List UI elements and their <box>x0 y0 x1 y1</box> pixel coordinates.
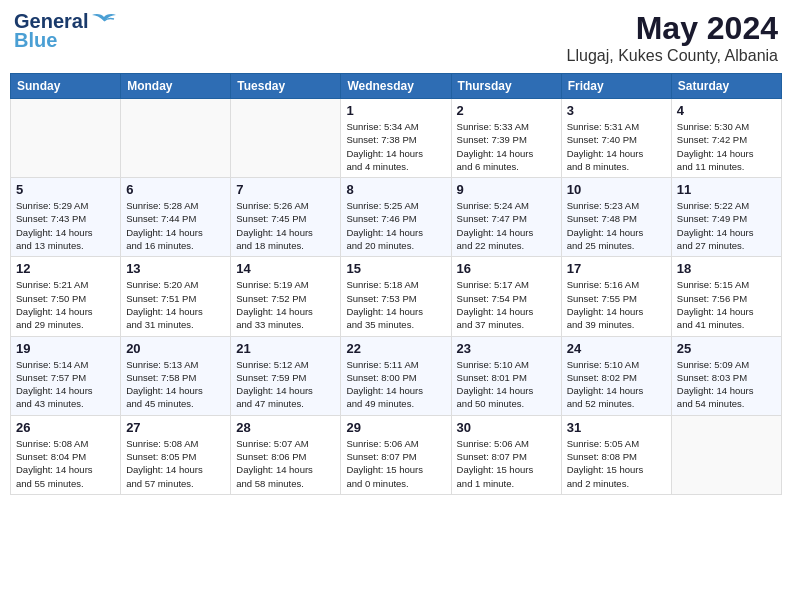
day-info-13: Sunrise: 5:20 AM Sunset: 7:51 PM Dayligh… <box>126 278 225 331</box>
calendar-header-row: SundayMondayTuesdayWednesdayThursdayFrid… <box>11 74 782 99</box>
day-number-4: 4 <box>677 103 776 118</box>
calendar-week-2: 5Sunrise: 5:29 AM Sunset: 7:43 PM Daylig… <box>11 178 782 257</box>
calendar-week-3: 12Sunrise: 5:21 AM Sunset: 7:50 PM Dayli… <box>11 257 782 336</box>
calendar-week-1: 1Sunrise: 5:34 AM Sunset: 7:38 PM Daylig… <box>11 99 782 178</box>
day-number-12: 12 <box>16 261 115 276</box>
day-info-17: Sunrise: 5:16 AM Sunset: 7:55 PM Dayligh… <box>567 278 666 331</box>
day-number-30: 30 <box>457 420 556 435</box>
day-24: 24Sunrise: 5:10 AM Sunset: 8:02 PM Dayli… <box>561 336 671 415</box>
day-number-9: 9 <box>457 182 556 197</box>
day-info-26: Sunrise: 5:08 AM Sunset: 8:04 PM Dayligh… <box>16 437 115 490</box>
calendar-page: General Blue May 2024 Llugaj, Kukes Coun… <box>0 0 792 612</box>
day-number-28: 28 <box>236 420 335 435</box>
day-number-29: 29 <box>346 420 445 435</box>
day-info-25: Sunrise: 5:09 AM Sunset: 8:03 PM Dayligh… <box>677 358 776 411</box>
day-info-22: Sunrise: 5:11 AM Sunset: 8:00 PM Dayligh… <box>346 358 445 411</box>
day-21: 21Sunrise: 5:12 AM Sunset: 7:59 PM Dayli… <box>231 336 341 415</box>
month-title: May 2024 <box>567 10 778 47</box>
day-number-7: 7 <box>236 182 335 197</box>
day-19: 19Sunrise: 5:14 AM Sunset: 7:57 PM Dayli… <box>11 336 121 415</box>
weekday-wednesday: Wednesday <box>341 74 451 99</box>
day-5: 5Sunrise: 5:29 AM Sunset: 7:43 PM Daylig… <box>11 178 121 257</box>
day-4: 4Sunrise: 5:30 AM Sunset: 7:42 PM Daylig… <box>671 99 781 178</box>
day-info-30: Sunrise: 5:06 AM Sunset: 8:07 PM Dayligh… <box>457 437 556 490</box>
day-number-1: 1 <box>346 103 445 118</box>
day-23: 23Sunrise: 5:10 AM Sunset: 8:01 PM Dayli… <box>451 336 561 415</box>
weekday-friday: Friday <box>561 74 671 99</box>
location-title: Llugaj, Kukes County, Albania <box>567 47 778 65</box>
day-15: 15Sunrise: 5:18 AM Sunset: 7:53 PM Dayli… <box>341 257 451 336</box>
day-info-12: Sunrise: 5:21 AM Sunset: 7:50 PM Dayligh… <box>16 278 115 331</box>
header: General Blue May 2024 Llugaj, Kukes Coun… <box>10 10 782 65</box>
day-info-21: Sunrise: 5:12 AM Sunset: 7:59 PM Dayligh… <box>236 358 335 411</box>
day-number-17: 17 <box>567 261 666 276</box>
day-info-11: Sunrise: 5:22 AM Sunset: 7:49 PM Dayligh… <box>677 199 776 252</box>
day-number-23: 23 <box>457 341 556 356</box>
day-info-16: Sunrise: 5:17 AM Sunset: 7:54 PM Dayligh… <box>457 278 556 331</box>
day-31: 31Sunrise: 5:05 AM Sunset: 8:08 PM Dayli… <box>561 415 671 494</box>
day-info-31: Sunrise: 5:05 AM Sunset: 8:08 PM Dayligh… <box>567 437 666 490</box>
day-info-14: Sunrise: 5:19 AM Sunset: 7:52 PM Dayligh… <box>236 278 335 331</box>
day-6: 6Sunrise: 5:28 AM Sunset: 7:44 PM Daylig… <box>121 178 231 257</box>
day-number-8: 8 <box>346 182 445 197</box>
day-info-23: Sunrise: 5:10 AM Sunset: 8:01 PM Dayligh… <box>457 358 556 411</box>
day-info-4: Sunrise: 5:30 AM Sunset: 7:42 PM Dayligh… <box>677 120 776 173</box>
day-27: 27Sunrise: 5:08 AM Sunset: 8:05 PM Dayli… <box>121 415 231 494</box>
day-number-15: 15 <box>346 261 445 276</box>
day-info-3: Sunrise: 5:31 AM Sunset: 7:40 PM Dayligh… <box>567 120 666 173</box>
day-number-11: 11 <box>677 182 776 197</box>
day-18: 18Sunrise: 5:15 AM Sunset: 7:56 PM Dayli… <box>671 257 781 336</box>
day-29: 29Sunrise: 5:06 AM Sunset: 8:07 PM Dayli… <box>341 415 451 494</box>
day-info-1: Sunrise: 5:34 AM Sunset: 7:38 PM Dayligh… <box>346 120 445 173</box>
day-12: 12Sunrise: 5:21 AM Sunset: 7:50 PM Dayli… <box>11 257 121 336</box>
day-30: 30Sunrise: 5:06 AM Sunset: 8:07 PM Dayli… <box>451 415 561 494</box>
empty-cell <box>11 99 121 178</box>
day-number-16: 16 <box>457 261 556 276</box>
weekday-thursday: Thursday <box>451 74 561 99</box>
day-info-8: Sunrise: 5:25 AM Sunset: 7:46 PM Dayligh… <box>346 199 445 252</box>
logo-bird-icon <box>90 13 118 31</box>
weekday-monday: Monday <box>121 74 231 99</box>
calendar-week-5: 26Sunrise: 5:08 AM Sunset: 8:04 PM Dayli… <box>11 415 782 494</box>
day-info-7: Sunrise: 5:26 AM Sunset: 7:45 PM Dayligh… <box>236 199 335 252</box>
day-number-5: 5 <box>16 182 115 197</box>
day-info-10: Sunrise: 5:23 AM Sunset: 7:48 PM Dayligh… <box>567 199 666 252</box>
day-3: 3Sunrise: 5:31 AM Sunset: 7:40 PM Daylig… <box>561 99 671 178</box>
day-info-9: Sunrise: 5:24 AM Sunset: 7:47 PM Dayligh… <box>457 199 556 252</box>
day-2: 2Sunrise: 5:33 AM Sunset: 7:39 PM Daylig… <box>451 99 561 178</box>
day-14: 14Sunrise: 5:19 AM Sunset: 7:52 PM Dayli… <box>231 257 341 336</box>
day-26: 26Sunrise: 5:08 AM Sunset: 8:04 PM Dayli… <box>11 415 121 494</box>
day-20: 20Sunrise: 5:13 AM Sunset: 7:58 PM Dayli… <box>121 336 231 415</box>
weekday-sunday: Sunday <box>11 74 121 99</box>
day-number-22: 22 <box>346 341 445 356</box>
day-number-24: 24 <box>567 341 666 356</box>
day-number-21: 21 <box>236 341 335 356</box>
day-info-5: Sunrise: 5:29 AM Sunset: 7:43 PM Dayligh… <box>16 199 115 252</box>
calendar-table: SundayMondayTuesdayWednesdayThursdayFrid… <box>10 73 782 495</box>
day-16: 16Sunrise: 5:17 AM Sunset: 7:54 PM Dayli… <box>451 257 561 336</box>
title-section: May 2024 Llugaj, Kukes County, Albania <box>567 10 778 65</box>
day-28: 28Sunrise: 5:07 AM Sunset: 8:06 PM Dayli… <box>231 415 341 494</box>
day-number-26: 26 <box>16 420 115 435</box>
empty-cell <box>671 415 781 494</box>
day-13: 13Sunrise: 5:20 AM Sunset: 7:51 PM Dayli… <box>121 257 231 336</box>
day-info-20: Sunrise: 5:13 AM Sunset: 7:58 PM Dayligh… <box>126 358 225 411</box>
empty-cell <box>121 99 231 178</box>
day-number-20: 20 <box>126 341 225 356</box>
day-10: 10Sunrise: 5:23 AM Sunset: 7:48 PM Dayli… <box>561 178 671 257</box>
day-info-24: Sunrise: 5:10 AM Sunset: 8:02 PM Dayligh… <box>567 358 666 411</box>
day-number-3: 3 <box>567 103 666 118</box>
day-9: 9Sunrise: 5:24 AM Sunset: 7:47 PM Daylig… <box>451 178 561 257</box>
empty-cell <box>231 99 341 178</box>
day-number-13: 13 <box>126 261 225 276</box>
logo: General Blue <box>14 10 118 52</box>
day-number-27: 27 <box>126 420 225 435</box>
day-number-6: 6 <box>126 182 225 197</box>
day-info-29: Sunrise: 5:06 AM Sunset: 8:07 PM Dayligh… <box>346 437 445 490</box>
day-info-18: Sunrise: 5:15 AM Sunset: 7:56 PM Dayligh… <box>677 278 776 331</box>
weekday-tuesday: Tuesday <box>231 74 341 99</box>
day-22: 22Sunrise: 5:11 AM Sunset: 8:00 PM Dayli… <box>341 336 451 415</box>
day-info-15: Sunrise: 5:18 AM Sunset: 7:53 PM Dayligh… <box>346 278 445 331</box>
day-number-19: 19 <box>16 341 115 356</box>
day-25: 25Sunrise: 5:09 AM Sunset: 8:03 PM Dayli… <box>671 336 781 415</box>
